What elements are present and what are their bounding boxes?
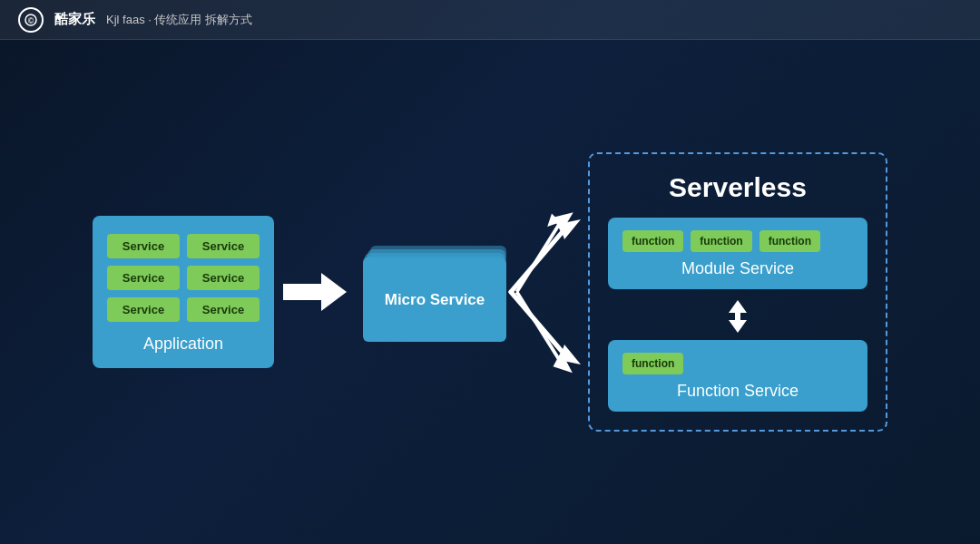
vertical-arrow [608,300,867,333]
split-arrows-v2 [506,174,588,410]
module-service-label: Module Service [622,259,853,278]
function-row: function function function [622,230,853,252]
logo-icon: © [18,7,44,33]
header-bar: © 酷家乐 Kjl faas · 传统应用 拆解方式 [0,0,980,40]
function-badge-3: function [760,230,820,252]
svg-marker-10 [729,300,747,313]
service-badge-1: Service [107,234,180,258]
service-grid: Service Service Service Service Service … [107,234,260,322]
svg-marker-2 [283,273,347,311]
service-badge-2: Service [187,234,260,258]
function-service-box: function Function Service [608,340,867,412]
svg-marker-9 [559,345,581,364]
function-service-label: Function Service [622,382,853,401]
function-badge-2: function [691,230,751,252]
svg-text:©: © [28,16,34,25]
service-badge-5: Service [107,297,180,322]
function-badge-1: function [622,230,683,252]
serverless-area: Serverless function function function Mo… [588,152,887,432]
svg-marker-8 [559,219,581,239]
function-service-function-row: function [622,353,853,374]
micro-service-stack: Micro Service [363,242,508,342]
micro-card-5: Micro Service [363,258,506,342]
main-arrow-right [274,269,356,315]
svg-marker-11 [729,320,747,333]
header-subtitle: Kjl faas · 传统应用 拆解方式 [106,12,252,28]
service-badge-4: Service [187,266,260,290]
main-diagram: Service Service Service Service Service … [0,40,980,544]
serverless-title: Serverless [608,172,867,203]
service-badge-6: Service [187,297,260,322]
svg-rect-12 [735,311,740,322]
application-label: Application [107,335,260,354]
function-service-badge: function [622,353,683,374]
service-badge-3: Service [107,266,180,290]
module-service-box: function function function Module Servic… [608,218,867,289]
brand-name: 酷家乐 [54,11,95,28]
application-box: Service Service Service Service Service … [93,216,274,368]
